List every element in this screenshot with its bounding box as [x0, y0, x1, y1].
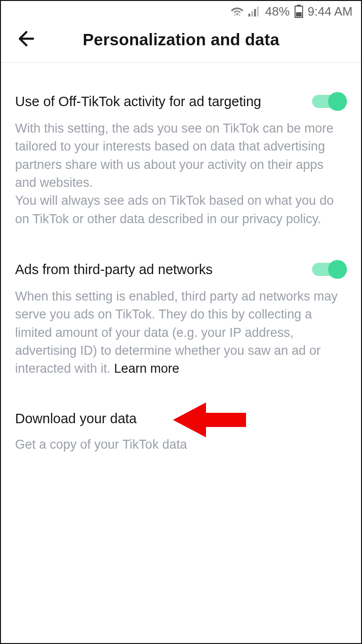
setting-third-party-ads[interactable]: Ads from third-party ad networks When th… — [15, 260, 347, 378]
wifi-icon — [230, 6, 244, 17]
learn-more-link[interactable]: Learn more — [114, 361, 179, 376]
battery-percent: 48% — [265, 4, 290, 19]
setting-title: Use of Off-TikTok activity for ad target… — [15, 93, 261, 110]
signal-icon — [248, 6, 261, 17]
setting-desc: With this setting, the ads you see on Ti… — [15, 119, 347, 228]
svg-rect-1 — [251, 11, 253, 17]
setting-download-data[interactable]: Download your data Get a copy of your Ti… — [15, 410, 347, 454]
back-button[interactable] — [15, 28, 36, 51]
nav-bar: Personalization and data — [1, 22, 361, 63]
setting-off-tiktok-activity[interactable]: Use of Off-TikTok activity for ad target… — [15, 92, 347, 228]
toggle-off-tiktok-activity[interactable] — [312, 92, 347, 111]
clock-time: 9:44 AM — [308, 4, 353, 19]
page-title: Personalization and data — [15, 30, 347, 49]
setting-title: Ads from third-party ad networks — [15, 261, 213, 278]
svg-rect-6 — [296, 12, 302, 17]
svg-rect-3 — [257, 7, 259, 17]
battery-icon — [295, 5, 303, 18]
toggle-third-party-ads[interactable] — [312, 260, 347, 279]
status-bar: 48% 9:44 AM — [1, 1, 361, 22]
settings-content: Use of Off-TikTok activity for ad target… — [1, 63, 361, 485]
setting-desc: When this setting is enabled, third part… — [15, 287, 347, 378]
setting-title: Download your data — [15, 410, 137, 427]
svg-rect-2 — [254, 9, 256, 17]
svg-rect-0 — [248, 14, 250, 17]
setting-desc: Get a copy of your TikTok data — [15, 435, 347, 453]
